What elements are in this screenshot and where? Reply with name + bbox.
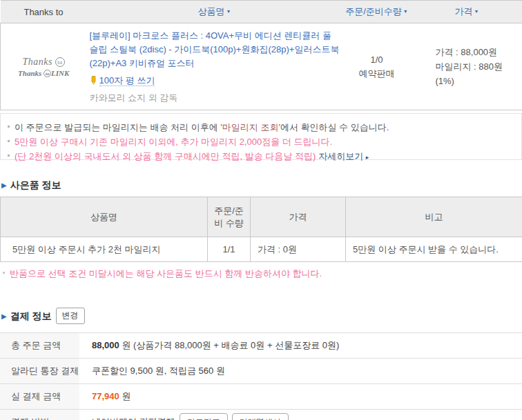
order-item-row: Thanks to Thanks toLINK [블루레이] 마크로스 플러스 … (1, 23, 522, 110)
section-arrow-icon: ▶ (1, 181, 7, 189)
gift-header-price: 가격 (251, 197, 346, 237)
gift-price: 가격 : 0원 (251, 237, 346, 262)
square-bullet-icon (8, 154, 10, 157)
quantity-value: 1/0 (345, 53, 409, 67)
payment-table: 총 주문 금액 88,000 원 (상품가격 88,000원 + 배송료 0원 … (0, 332, 522, 420)
sort-arrow-icon: ▼ (403, 9, 408, 14)
header-product-sort[interactable]: 상품명▼ (87, 1, 342, 23)
price-cell: 가격 : 88,000원 마일리지 : 880원 (1%) (412, 23, 522, 110)
note-line: 5만원 이상 구매시 기존 마일리지 이외에, 추가 마일리지 2,000점을 … (8, 134, 513, 149)
payment-section-title: ▶결제 정보변경 (1, 308, 522, 324)
header-thanks-to: Thanks to (1, 1, 87, 23)
logo-text: Thanks (23, 57, 52, 67)
header-quantity-label: 주문/준비수량 (345, 6, 402, 17)
total-order-amount: 88,000 원 (상품가격 88,000원 + 배송료 0원 + 선물포장료 … (79, 333, 522, 359)
transaction-statement-button[interactable]: 거래명세서 (232, 413, 289, 420)
gift-note: 5만원 이상 주문시 받을 수 있습니다. (346, 237, 522, 262)
total-amount-breakdown: 원 (상품가격 88,000원 + 배송료 0원 + 선물포장료 0원) (119, 340, 340, 350)
thanks-to-cell: Thanks to Thanks toLINK (1, 23, 87, 110)
payment-label: 알라딘 통장 결제 (0, 359, 79, 384)
mileage-lookup-ref: '마일리지 조회' (220, 122, 280, 132)
item-mileage: 마일리지 : 880원 (1%) (436, 59, 520, 88)
mileage-notes-box: 이 주문으로 발급되는 마일리지는 배송 처리 이후에 '마일리지 조회'에서 … (0, 113, 522, 160)
gift-header-quantity: 주문/준비 수량 (208, 197, 251, 237)
order-table: Thanks to 상품명▼ 주문/준비수량▼ 가격▼ Thanks to Th… (0, 0, 522, 110)
see-details-label: 자세히보기 (318, 151, 363, 161)
change-payment-button[interactable]: 변경 (56, 308, 85, 324)
product-director: 카와모리 쇼지 외 감독 (90, 92, 340, 104)
sort-arrow-icon: ▼ (474, 9, 479, 14)
payment-label: 총 주문 금액 (0, 333, 79, 359)
actual-amount-value: 77,940 (92, 391, 119, 401)
section-arrow-icon: ▶ (1, 312, 7, 320)
note-text: (단 2천원 이상의 국내도서 외 상품 함께 구매시에만 적립, 발송 다음날… (14, 151, 316, 161)
to-badge-icon: to (44, 70, 51, 77)
gift-section-title: ▶사은품 정보 (1, 179, 522, 192)
gift-table: 상품명 주문/준비 수량 가격 비고 5만원 이상 주문시 추가 2천 마일리지… (0, 197, 522, 262)
header-product-label: 상품명 (198, 6, 225, 17)
gift-quantity: 1/1 (208, 237, 251, 262)
payment-section-label: 결제 정보 (10, 310, 52, 321)
item-price: 가격 : 88,000원 (436, 45, 520, 59)
payment-row-method: 결제 방법 네이버페이 간편결제카드전표거래명세서 (0, 410, 522, 420)
gift-section-label: 사은품 정보 (10, 179, 61, 190)
header-price-sort[interactable]: 가격▼ (412, 1, 522, 23)
total-amount-value: 88,000 (92, 340, 119, 350)
payment-row-account: 알라딘 통장 결제 쿠폰할인 9,500 원, 적립금 560 원 (0, 359, 522, 384)
aladin-account-value: 쿠폰할인 9,500 원, 적립금 560 원 (79, 359, 522, 384)
sort-arrow-icon: ▼ (226, 9, 231, 14)
detail-arrow-icon: ▸ (366, 154, 369, 161)
write-review-link[interactable]: 100자 평 쓰기 (99, 75, 155, 86)
gift-header-note: 비고 (346, 197, 522, 237)
order-table-header-row: Thanks to 상품명▼ 주문/준비수량▼ 가격▼ (1, 1, 522, 23)
gift-table-row: 5만원 이상 주문시 추가 2천 마일리지 1/1 가격 : 0원 5만원 이상… (1, 237, 522, 262)
thanks-to-logo: Thanks to Thanks toLINK (3, 57, 84, 77)
payment-label: 실 결제 금액 (0, 384, 79, 410)
product-title-link[interactable]: [블루레이] 마크로스 플러스 : 4OVA+무비 에디션 렌티큘러 풀슬립 스… (90, 29, 340, 70)
logo-link-text: LINK (51, 69, 69, 77)
warning-text: 반품으로 선택 조건 미달시에는 해당 사은품도 반드시 함께 반송하셔야 합니… (10, 268, 322, 279)
payment-label: 결제 방법 (0, 410, 79, 420)
see-details-link[interactable]: 자세히보기 ▸ (318, 151, 369, 161)
card-slip-button[interactable]: 카드전표 (180, 413, 228, 420)
gift-name: 5만원 이상 주문시 추가 2천 마일리지 (1, 237, 208, 262)
gift-table-header-row: 상품명 주문/준비 수량 가격 비고 (1, 197, 522, 237)
pencil-icon (90, 76, 97, 87)
header-price-label: 가격 (455, 6, 473, 17)
payment-method-value: 네이버페이 간편결제 (92, 417, 175, 420)
note-line: 이 주문으로 발급되는 마일리지는 배송 처리 이후에 '마일리지 조회'에서 … (8, 120, 513, 134)
square-bullet-icon (8, 126, 10, 128)
note-line: (단 2천원 이상의 국내도서 외 상품 함께 구매시에만 적립, 발송 다음날… (8, 149, 513, 165)
note-text: 에서 확인하실 수 있습니다. (280, 122, 389, 132)
logo-text: Thanks (18, 69, 41, 77)
to-badge-icon: to (55, 57, 65, 67)
payment-row-actual: 실 결제 금액 77,940 원 (0, 384, 522, 410)
quantity-cell: 1/0 예약판매 (342, 23, 412, 110)
payment-row-total: 총 주문 금액 88,000 원 (상품가격 88,000원 + 배송료 0원 … (0, 333, 522, 359)
note-text: 5만원 이상 구매시 기존 마일리지 이외에, 추가 마일리지 2,000점을 … (14, 137, 332, 147)
won-suffix: 원 (119, 391, 131, 401)
gift-return-warning: 반품으로 선택 조건 미달시에는 해당 사은품도 반드시 함께 반송하셔야 합니… (3, 268, 522, 280)
square-bullet-icon (8, 140, 10, 142)
square-bullet-icon (3, 272, 5, 274)
note-text: 이 주문으로 발급되는 마일리지는 배송 처리 이후에 (14, 122, 220, 132)
actual-payment-amount: 77,940 원 (79, 384, 522, 410)
gift-header-name: 상품명 (1, 197, 208, 237)
quantity-status: 예약판매 (345, 67, 409, 81)
payment-method-cell: 네이버페이 간편결제카드전표거래명세서 (79, 410, 522, 420)
header-quantity-sort[interactable]: 주문/준비수량▼ (342, 1, 412, 23)
product-cell: [블루레이] 마크로스 플러스 : 4OVA+무비 에디션 렌티큘러 풀슬립 스… (87, 23, 342, 110)
